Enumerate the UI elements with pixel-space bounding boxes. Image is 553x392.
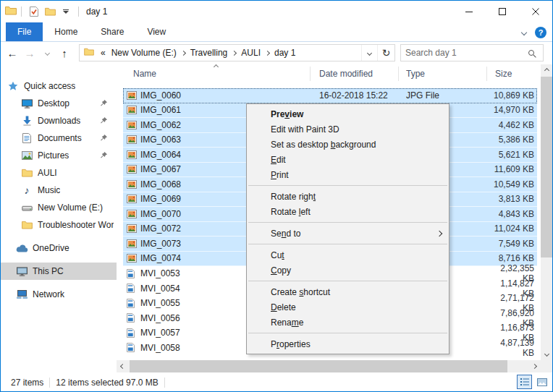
column-header-size[interactable]: Size: [487, 67, 541, 81]
address-dropdown-button[interactable]: [361, 45, 377, 61]
menu-item-label: Rotate left: [271, 207, 311, 217]
sidebar-item-this-pc[interactable]: This PC: [1, 263, 117, 280]
context-menu-item[interactable]: Preview: [247, 106, 449, 122]
file-size: 14,970 KB: [487, 105, 537, 115]
menu-item-label: Preview: [271, 109, 303, 119]
scroll-down-button[interactable]: [541, 348, 553, 360]
tab-share[interactable]: Share: [89, 22, 135, 41]
context-menu-item[interactable]: Rename: [247, 315, 449, 330]
minimize-icon: [465, 12, 473, 12]
sidebar-item-troubleshooter[interactable]: Troubleshooter Wor: [1, 216, 117, 234]
tab-home[interactable]: Home: [43, 22, 89, 41]
file-name: IMG_0072: [140, 223, 181, 234]
sidebar-item-auli[interactable]: AULI: [1, 164, 117, 182]
tab-view[interactable]: View: [135, 22, 177, 41]
context-menu-item[interactable]: Create shortcut: [247, 284, 449, 299]
file-name: IMG_0062: [140, 120, 181, 130]
file-name: IMG_0064: [140, 150, 181, 160]
file-name: IMG_0074: [140, 253, 181, 263]
file-size: 3,813 KB: [487, 194, 537, 204]
horizontal-scrollbar[interactable]: [117, 360, 541, 372]
context-menu-item[interactable]: Properties: [247, 336, 449, 351]
breadcrumb-segment[interactable]: Travelling: [187, 48, 231, 58]
horizontal-scrollbar-thumb[interactable]: [130, 360, 507, 372]
menu-item-label: Send to: [271, 229, 300, 239]
context-menu-item[interactable]: Print: [247, 167, 449, 182]
submenu-arrow-icon: [436, 230, 442, 236]
folder-icon: [20, 221, 33, 229]
context-menu-item[interactable]: Set as desktop background: [247, 137, 449, 152]
quick-access-customize-button[interactable]: [58, 4, 74, 20]
context-menu-item[interactable]: Rotate left: [247, 204, 449, 219]
document-icon: [20, 133, 33, 143]
tab-file[interactable]: File: [6, 22, 43, 41]
video-file-icon: [127, 343, 138, 352]
context-menu-item[interactable]: Cut: [247, 247, 449, 263]
address-bar-controls: ↻: [361, 45, 394, 61]
maximize-button[interactable]: [486, 1, 519, 22]
sidebar-item-network[interactable]: Network: [1, 286, 117, 303]
context-menu-item[interactable]: Send to: [247, 226, 449, 241]
scrollbar-corner: [541, 360, 553, 372]
column-header-date-modified[interactable]: Date modified: [311, 67, 399, 81]
file-name: MVI_0055: [140, 298, 180, 308]
minimize-button[interactable]: [452, 1, 486, 22]
image-file-icon: [127, 239, 138, 248]
breadcrumb-segment[interactable]: AULI: [238, 48, 263, 58]
chevron-down-icon: [44, 51, 49, 56]
image-file-icon: [127, 135, 138, 144]
context-menu-item[interactable]: Delete: [247, 299, 449, 315]
quick-access-properties-button[interactable]: [26, 4, 42, 20]
chevron-up-icon: [544, 68, 549, 73]
forward-button[interactable]: →: [21, 45, 38, 62]
scroll-up-button[interactable]: [541, 64, 553, 77]
network-icon: [15, 290, 28, 299]
ribbon-collapse-icon[interactable]: [521, 29, 527, 35]
sidebar-item-pictures[interactable]: Pictures: [1, 147, 117, 164]
close-icon: [532, 8, 539, 15]
file-row[interactable]: IMG_0060 16-02-2018 15:22 JPG File 10,86…: [123, 88, 537, 103]
menu-item-label: Edit with Paint 3D: [271, 124, 339, 135]
title-bar: day 1: [1, 1, 552, 22]
quick-access-new-folder-button[interactable]: [42, 4, 58, 20]
up-button[interactable]: ↑: [56, 45, 73, 62]
thumbnail-view-button[interactable]: [534, 375, 549, 389]
vertical-scrollbar-thumb[interactable]: [541, 77, 553, 257]
help-icon[interactable]: ?: [535, 27, 546, 38]
search-input[interactable]: [401, 48, 528, 58]
breadcrumb-separator-icon: [232, 50, 237, 55]
sidebar-item-quick-access[interactable]: Quick access: [1, 77, 117, 95]
breadcrumb-overflow[interactable]: «: [98, 48, 109, 58]
caption-buttons: [452, 1, 552, 22]
file-name: IMG_0067: [140, 164, 181, 174]
details-view-button[interactable]: [517, 375, 532, 389]
status-bar: 27 items 12 items selected 97.0 MB: [1, 372, 552, 392]
search-icon[interactable]: [528, 50, 534, 56]
address-bar[interactable]: « New Volume (E:) Travelling AULI day 1 …: [79, 44, 395, 61]
scroll-right-button[interactable]: [528, 360, 541, 372]
sidebar-item-music[interactable]: ♪ Music: [1, 182, 117, 199]
sidebar-item-downloads[interactable]: Downloads: [1, 112, 117, 129]
refresh-button[interactable]: ↻: [377, 45, 394, 61]
column-header-type[interactable]: Type: [399, 67, 487, 81]
video-file-icon: [127, 328, 138, 338]
image-file-icon: [127, 165, 138, 174]
sidebar-item-documents[interactable]: Documents: [1, 129, 117, 147]
scroll-left-button[interactable]: [117, 360, 129, 372]
close-button[interactable]: [519, 1, 552, 22]
ribbon-tab-strip: File Home Share View: [1, 22, 552, 42]
recent-locations-button[interactable]: [38, 45, 56, 62]
context-menu-item[interactable]: Copy: [247, 263, 449, 278]
breadcrumb-segment[interactable]: day 1: [271, 48, 298, 58]
context-menu-item[interactable]: Edit: [247, 152, 449, 167]
sidebar-item-onedrive[interactable]: OneDrive: [1, 239, 117, 257]
video-file-icon: [127, 299, 138, 308]
context-menu-item[interactable]: Rotate right: [247, 189, 449, 204]
sidebar-item-desktop[interactable]: Desktop: [1, 95, 117, 112]
context-menu-item[interactable]: Edit with Paint 3D: [247, 122, 449, 137]
desktop-icon: [20, 99, 33, 108]
back-button[interactable]: ←: [4, 45, 21, 62]
vertical-scrollbar[interactable]: [541, 64, 553, 360]
sidebar-item-new-volume[interactable]: New Volume (E:): [1, 199, 117, 216]
breadcrumb-segment[interactable]: New Volume (E:): [109, 48, 180, 58]
